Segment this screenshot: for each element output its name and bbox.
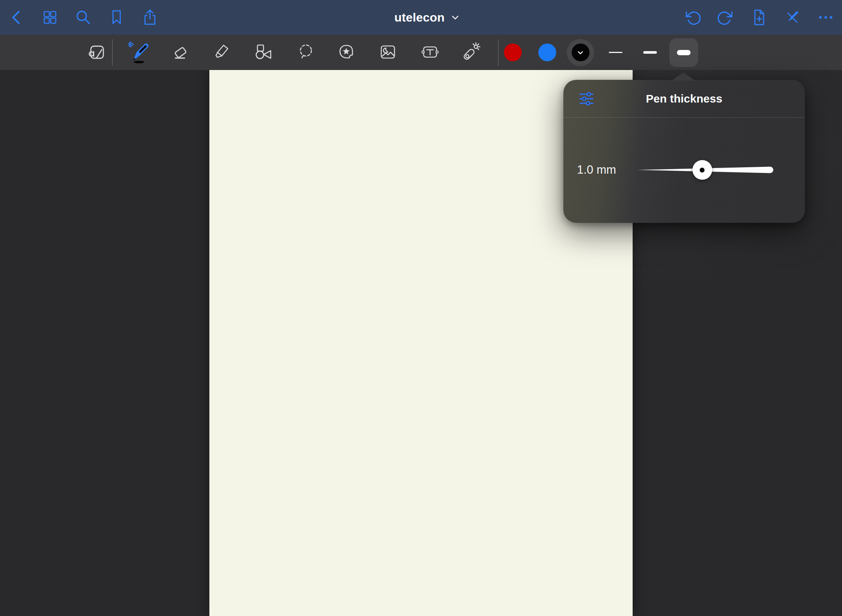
popover-arrow [672,72,695,81]
chevron-down-icon [576,48,585,57]
redo-button[interactable] [711,3,741,32]
color-swatch-black[interactable] [567,39,594,66]
pen-thickness-slider[interactable] [637,160,780,180]
color-swatch-red[interactable] [499,39,526,66]
knob-center-dot [700,168,705,173]
lasso-icon [295,42,317,63]
document-title-menu[interactable]: utelecon [394,0,460,35]
thin-line-glyph [609,52,622,53]
tool-text[interactable] [415,38,445,67]
more-options-button[interactable] [811,3,840,32]
tool-image[interactable] [373,38,403,67]
toolbar-divider [498,39,499,66]
navigation-bar: utelecon [0,0,842,35]
undo-icon [683,8,702,26]
tool-lasso[interactable] [291,38,321,67]
share-icon [141,8,159,26]
ellipsis-icon [817,8,835,26]
thickness-option-medium[interactable] [636,38,664,67]
blue-color-dot [538,44,556,61]
app-window: utelecon [0,0,842,616]
add-page-button[interactable] [744,3,774,32]
tools-toolbar [0,35,842,70]
thumbnails-button[interactable] [35,3,65,32]
black-color-dot [572,44,589,61]
bookmark-button[interactable] [102,3,131,32]
search-icon [74,8,92,26]
tool-read-only-mode[interactable] [82,38,112,67]
redo-icon [717,8,735,26]
thickness-value-label: 1.0 mm [577,163,616,177]
eraser-icon [170,42,191,63]
chevron-down-icon [451,13,460,22]
add-page-icon [750,8,768,26]
tool-laser-pointer[interactable] [457,38,486,67]
popover-body: 1.0 mm [563,118,805,222]
share-button[interactable] [135,3,165,32]
stylus-toggle-icon [783,8,801,26]
pen-thickness-slider-knob[interactable] [692,160,712,180]
star-glyph [343,48,350,54]
highlighter-icon [212,42,232,63]
tool-highlighter[interactable] [207,38,237,67]
pen-tool-icon [126,41,150,64]
thumbnails-grid-icon [41,9,59,26]
popover-title: Pen thickness [563,92,805,105]
medium-line-glyph [643,51,657,54]
read-only-mode-icon [87,42,107,63]
bookmark-icon [108,9,125,26]
back-button[interactable] [2,3,31,32]
document-title: utelecon [394,11,444,25]
thick-line-glyph [677,50,691,55]
pen-thickness-popover: Pen thickness 1.0 mm [563,80,805,223]
popover-header: Pen thickness [563,80,805,118]
back-chevron-icon [8,9,25,26]
search-button[interactable] [69,3,98,32]
tool-pen-selected[interactable] [123,38,153,67]
stylus-toggle-button[interactable] [778,3,807,32]
image-icon [377,42,399,63]
toolbar-divider [112,39,113,66]
red-color-dot [504,44,522,61]
tool-eraser[interactable] [166,38,195,67]
undo-button[interactable] [678,3,707,32]
shapes-icon [253,42,274,63]
thickness-option-thick[interactable] [669,38,698,67]
color-swatch-blue[interactable] [533,39,561,66]
canvas-area: Pen thickness 1.0 mm [0,70,842,616]
thickness-option-thin[interactable] [601,38,630,67]
elements-sticker-icon [336,42,357,63]
tool-elements[interactable] [332,38,362,67]
text-tool-icon [419,42,441,63]
laser-pointer-icon [461,42,483,64]
tool-shapes[interactable] [248,38,278,67]
